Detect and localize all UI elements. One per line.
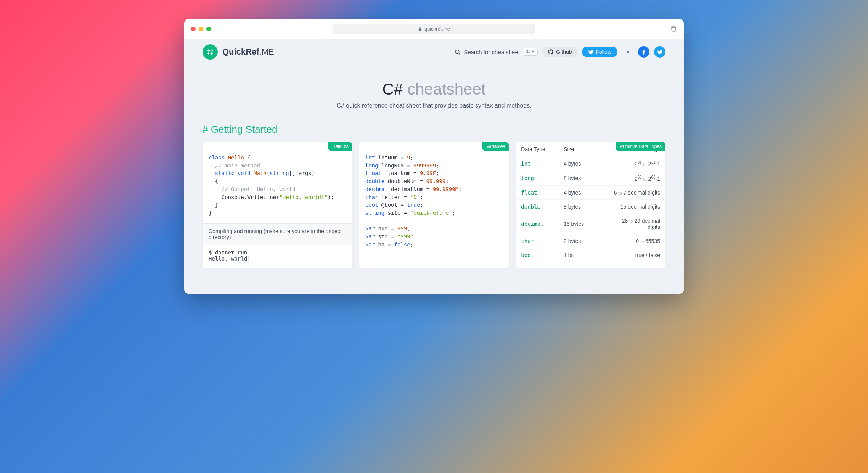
- types-table: Data Type Size Range int4 bytes-231 to 2…: [516, 142, 665, 262]
- table-row: float4 bytes6 to 7 decimal digits: [516, 186, 665, 200]
- follow-button[interactable]: Follow: [582, 47, 617, 57]
- card-grid: Hello.cs class Hello { // main method st…: [203, 142, 665, 268]
- card-tag: Variables: [482, 142, 509, 151]
- browser-window: quickref.me QuickRef.ME Search for cheat…: [184, 19, 684, 294]
- twitter-icon: [657, 49, 663, 55]
- address-bar[interactable]: quickref.me: [333, 24, 535, 34]
- brand-name: QuickRef.ME: [222, 47, 274, 57]
- table-row: char2 bytes0 to 65535: [516, 234, 665, 248]
- svg-point-2: [627, 51, 629, 53]
- card-note: Compiling and running (make sure you are…: [203, 223, 352, 245]
- cell-type: float: [516, 186, 558, 200]
- card-hello: Hello.cs class Hello { // main method st…: [203, 142, 352, 268]
- page: QuickRef.ME Search for cheatsheet ⌘ K Gi…: [184, 39, 684, 294]
- svg-point-1: [455, 50, 459, 53]
- cell-size: 8 bytes: [558, 171, 596, 186]
- close-button[interactable]: [191, 27, 196, 31]
- brand[interactable]: QuickRef.ME: [203, 44, 274, 60]
- lock-icon: [418, 27, 422, 31]
- nav-right: Search for cheatsheet ⌘ K Github Follow: [454, 46, 665, 58]
- cell-size: 16 bytes: [558, 214, 596, 234]
- github-link[interactable]: Github: [542, 47, 577, 57]
- cell-size: 1 bit: [558, 248, 596, 262]
- page-subtitle: C# quick reference cheat sheet that prov…: [192, 102, 676, 109]
- address-bar-container: quickref.me: [260, 24, 608, 34]
- section-heading: # Getting Started: [203, 124, 665, 135]
- sun-icon: [624, 48, 631, 55]
- cell-range: true / false: [596, 248, 665, 262]
- cell-type: int: [516, 156, 558, 171]
- github-icon: [548, 49, 554, 55]
- search-icon: [454, 49, 461, 55]
- search-placeholder: Search for cheatsheet: [464, 49, 520, 55]
- traffic-lights: [191, 27, 260, 31]
- url-host: quickref.me: [424, 26, 450, 32]
- twitter-link[interactable]: [654, 46, 665, 58]
- cell-range: 0 to 65535: [596, 234, 665, 248]
- table-row: double8 bytes15 decimal digits: [516, 200, 665, 214]
- card-variables: Variables int intNum = 9; long longNum =…: [359, 142, 509, 268]
- cell-type: long: [516, 171, 558, 186]
- logo-icon: [203, 44, 218, 60]
- titlebar: quickref.me: [184, 19, 684, 39]
- cell-type: bool: [516, 248, 558, 262]
- cell-range: -263 to 263-1: [596, 171, 665, 186]
- site-nav: QuickRef.ME Search for cheatsheet ⌘ K Gi…: [184, 39, 684, 65]
- cell-range: 6 to 7 decimal digits: [596, 186, 665, 200]
- maximize-button[interactable]: [206, 27, 211, 31]
- cell-size: 2 bytes: [558, 234, 596, 248]
- table-row: decimal16 bytes28 to 29 decimaldigits: [516, 214, 665, 234]
- cell-size: 4 bytes: [558, 186, 596, 200]
- twitter-icon: [588, 49, 594, 55]
- card-tag: Primitive Data Types: [616, 142, 665, 151]
- cell-range: 28 to 29 decimaldigits: [596, 214, 665, 234]
- cell-range: -231 to 231-1: [596, 156, 665, 171]
- facebook-icon: [641, 49, 647, 55]
- code-block: class Hello { // main method static void…: [203, 142, 352, 223]
- cell-size: 8 bytes: [558, 200, 596, 214]
- search-shortcut: ⌘ K: [523, 48, 538, 56]
- search-trigger[interactable]: Search for cheatsheet ⌘ K: [454, 48, 538, 56]
- hero: C# cheatsheet C# quick reference cheat s…: [184, 65, 684, 117]
- code-block: int intNum = 9; long longNum = 9999999; …: [359, 142, 509, 255]
- cell-type: decimal: [516, 214, 558, 234]
- card-tag: Hello.cs: [328, 142, 352, 151]
- theme-toggle[interactable]: [622, 46, 633, 58]
- cell-type: char: [516, 234, 558, 248]
- cell-size: 4 bytes: [558, 156, 596, 171]
- code-output: $ dotnet run Hello, world!: [203, 245, 352, 268]
- svg-rect-0: [672, 27, 676, 31]
- titlebar-right: [608, 26, 677, 32]
- th-type: Data Type: [516, 142, 558, 156]
- table-row: int4 bytes-231 to 231-1: [516, 156, 665, 171]
- table-row: long8 bytes-263 to 263-1: [516, 171, 665, 186]
- card-types: Primitive Data Types Data Type Size Rang…: [516, 142, 665, 268]
- content: # Getting Started Hello.cs class Hello {…: [184, 117, 684, 275]
- th-size: Size: [558, 142, 596, 156]
- minimize-button[interactable]: [199, 27, 203, 31]
- cell-range: 15 decimal digits: [596, 200, 665, 214]
- facebook-link[interactable]: [638, 46, 649, 58]
- tabs-icon[interactable]: [670, 26, 677, 32]
- table-row: bool1 bittrue / false: [516, 248, 665, 262]
- page-title: C# cheatsheet: [192, 80, 676, 98]
- cell-type: double: [516, 200, 558, 214]
